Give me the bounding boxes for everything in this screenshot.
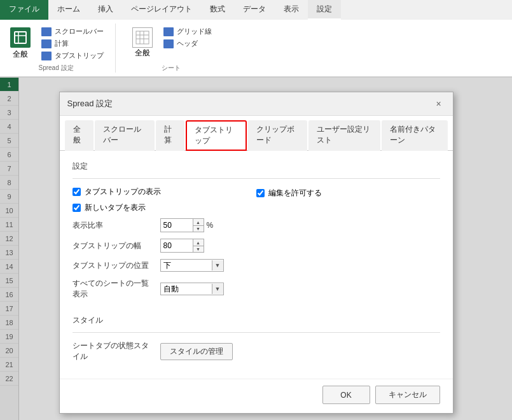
sheet-group-icons: 全般 グリッド線 ヘッダ	[128, 26, 214, 60]
manage-style-button[interactable]: スタイルの管理	[160, 343, 233, 360]
calc-icon	[41, 39, 52, 48]
checkbox-show-newtab[interactable]	[73, 204, 81, 212]
dialog-tab-scrollbar[interactable]: スクロールバー	[95, 120, 155, 151]
checkbox-allow-edit-row: 編集を許可する	[256, 188, 440, 199]
section-divider-top	[73, 178, 440, 179]
checkbox-allow-edit-label: 編集を許可する	[268, 188, 322, 199]
tabstrip-width-spin-buttons: ▲ ▼	[193, 239, 204, 252]
dialog-title: Spread 設定	[67, 98, 113, 109]
tab-formula[interactable]: 数式	[201, 0, 234, 20]
sheet-tab-style-row: シートタブの状態スタイル スタイルの管理	[73, 340, 440, 362]
checkbox-show-tabstrip[interactable]	[73, 188, 81, 196]
dialog-overlay: Spread 設定 × 全般 スクロールバー 計算 タブストリップ クリップボー…	[0, 78, 512, 420]
tab-home[interactable]: ホーム	[48, 0, 89, 20]
spread-settings-dialog: Spread 設定 × 全般 スクロールバー 計算 タブストリップ クリップボー…	[59, 92, 453, 414]
tabstrip-position-label: タブストリップの位置	[73, 260, 155, 271]
scrollbar-label: スクロールバー	[55, 27, 104, 36]
tabstrip-position-select[interactable]: 下 上	[161, 260, 212, 271]
spread-tab-btn[interactable]: タブストリップ	[39, 50, 106, 61]
tabstrip-width-input[interactable]	[161, 239, 193, 252]
spread-group-label: Spread 設定	[38, 61, 73, 73]
tab-icon	[41, 52, 52, 60]
dialog-close-button[interactable]: ×	[432, 97, 445, 110]
tabstrip-width-row: タブストリップの幅 ▲ ▼	[73, 239, 256, 253]
sheet-tab-style-label: シートタブの状態スタイル	[73, 340, 155, 362]
dialog-body: 設定 タブストリップの表示 新しいタブを表示	[60, 151, 453, 379]
spread-all-btn[interactable]: 全般	[6, 26, 34, 61]
ok-button[interactable]: OK	[322, 386, 370, 404]
show-all-sheets-select-wrap: 自動 表示 非表示 ▼	[160, 283, 224, 295]
settings-section-label: 設定	[73, 161, 440, 172]
display-ratio-input-wrap: ▲ ▼ %	[160, 218, 214, 232]
ribbon: ファイル ホーム 挿入 ページレイアウト 数式 データ 表示 設定 全般	[0, 0, 512, 78]
section-divider-style	[73, 332, 440, 333]
checkbox-allow-edit[interactable]	[256, 189, 265, 197]
spread-all-label: 全般	[13, 49, 28, 60]
cancel-button[interactable]: キャンセル	[375, 386, 440, 404]
header-icon	[163, 39, 174, 48]
tabstrip-width-up[interactable]: ▲	[193, 239, 204, 246]
ribbon-group-spread: 全般 スクロールバー 計算 タブストリップ	[6, 24, 116, 73]
tab-insert[interactable]: 挿入	[89, 0, 122, 20]
tabstrip-position-select-wrap: 下 上 ▼	[160, 259, 224, 272]
spread-small-items: スクロールバー 計算 タブストリップ	[39, 26, 106, 61]
display-ratio-spin: ▲ ▼	[160, 218, 204, 232]
display-ratio-up[interactable]: ▲	[193, 219, 204, 225]
tab-label: タブストリップ	[55, 51, 104, 60]
checkbox-show-tabstrip-row: タブストリップの表示	[73, 186, 256, 197]
grid-icon	[163, 27, 174, 36]
scrollbar-icon	[41, 27, 52, 36]
spread-all-icon	[10, 27, 31, 48]
display-ratio-row: 表示比率 ▲ ▼ %	[73, 218, 256, 232]
dialog-tabs: 全般 スクロールバー 計算 タブストリップ クリップボード ユーザー設定リスト …	[60, 116, 453, 151]
tab-data[interactable]: データ	[234, 0, 275, 20]
tabstrip-width-down[interactable]: ▼	[193, 246, 204, 252]
sheet-group-label: シート	[162, 61, 181, 73]
checkbox-show-newtab-row: 新しいタブを表示	[73, 202, 256, 213]
dialog-tab-customlist[interactable]: ユーザー設定リスト	[308, 120, 380, 151]
display-ratio-spin-buttons: ▲ ▼	[193, 219, 204, 232]
svg-rect-3	[136, 31, 149, 44]
dialog-tab-general[interactable]: 全般	[65, 120, 93, 151]
dialog-tab-namedpattern[interactable]: 名前付きパターン	[382, 120, 447, 151]
show-all-sheets-label: すべてのシートの一覧表示	[73, 278, 155, 300]
dialog-titlebar: Spread 設定 ×	[60, 92, 453, 116]
tabstrip-position-arrow: ▼	[212, 260, 223, 270]
spread-scrollbar-btn[interactable]: スクロールバー	[39, 26, 106, 37]
sheet-all-icon	[132, 27, 153, 48]
sheet-grid-btn[interactable]: グリッド線	[162, 26, 214, 37]
sheet-small-items: グリッド線 ヘッダ	[162, 26, 214, 49]
ribbon-tab-bar: ファイル ホーム 挿入 ページレイアウト 数式 データ 表示 設定	[0, 0, 512, 20]
show-all-sheets-arrow: ▼	[212, 284, 223, 294]
show-all-sheets-select[interactable]: 自動 表示 非表示	[161, 283, 212, 295]
display-ratio-unit: %	[207, 221, 214, 230]
tabstrip-width-input-wrap: ▲ ▼	[160, 239, 204, 253]
display-ratio-input[interactable]	[161, 219, 193, 232]
sheet-header-btn[interactable]: ヘッダ	[162, 38, 214, 49]
settings-right: 編集を許可する	[256, 186, 440, 306]
dialog-footer: OK キャンセル	[60, 379, 453, 413]
sheet-all-btn[interactable]: 全般	[128, 26, 156, 60]
ribbon-content: 全般 スクロールバー 計算 タブストリップ	[0, 20, 512, 77]
sheet-all-label: 全般	[135, 48, 150, 59]
checkbox-show-tabstrip-label: タブストリップの表示	[85, 186, 161, 197]
tab-settings[interactable]: 設定	[308, 0, 341, 20]
show-all-sheets-row: すべてのシートの一覧表示 自動 表示 非表示 ▼	[73, 278, 256, 300]
spread-group-icons: 全般 スクロールバー 計算 タブストリップ	[6, 26, 106, 61]
tabstrip-width-spin: ▲ ▼	[160, 239, 204, 253]
style-section: スタイル シートタブの状態スタイル スタイルの管理	[73, 315, 440, 362]
dialog-tab-tabstrip[interactable]: タブストリップ	[186, 120, 247, 151]
tab-view[interactable]: 表示	[275, 0, 308, 20]
spread-calc-btn[interactable]: 計算	[39, 38, 106, 49]
tab-file[interactable]: ファイル	[0, 0, 48, 20]
display-ratio-down[interactable]: ▼	[193, 225, 204, 232]
ribbon-group-sheet: 全般 グリッド線 ヘッダ シート	[128, 24, 223, 73]
settings-grid: タブストリップの表示 新しいタブを表示 表示比率	[73, 186, 440, 306]
tab-pagelayout[interactable]: ページレイアウト	[122, 0, 201, 20]
dialog-tab-calc[interactable]: 計算	[156, 120, 184, 151]
calc-label: 計算	[55, 39, 69, 48]
dialog-tab-clipboard[interactable]: クリップボード	[248, 120, 308, 151]
grid-label: グリッド線	[177, 27, 212, 36]
tabstrip-width-label: タブストリップの幅	[73, 241, 155, 251]
display-ratio-label: 表示比率	[73, 220, 155, 231]
